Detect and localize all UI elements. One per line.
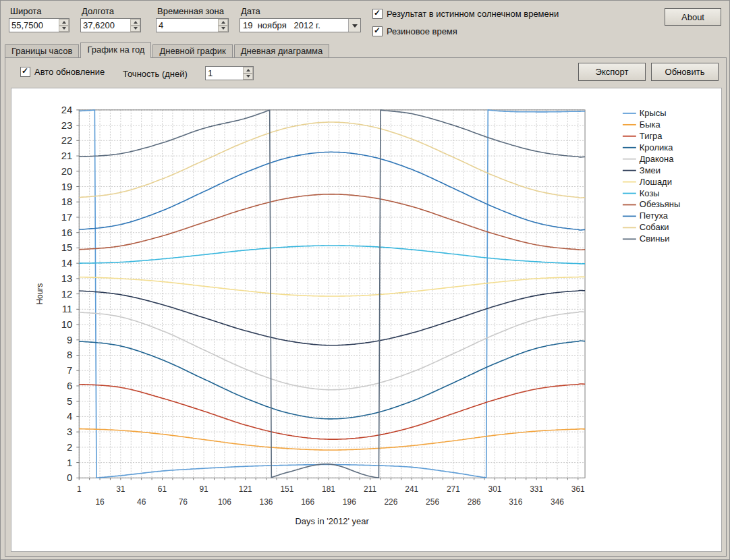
svg-text:76: 76 [179,497,188,507]
legend-label-7: Козы [640,188,660,198]
longitude-spin-up-icon[interactable] [130,19,140,26]
precision-label: Точность (дней) [123,69,188,79]
svg-text:211: 211 [364,484,376,494]
legend-label-1: Быка [640,119,661,130]
latitude-label: Широта [10,6,41,16]
svg-text:8: 8 [67,349,72,360]
svg-text:21: 21 [61,150,73,161]
longitude-input[interactable] [81,19,130,32]
svg-text:4: 4 [67,410,72,422]
svg-text:196: 196 [343,497,356,507]
svg-text:20: 20 [61,165,73,177]
svg-text:24: 24 [61,104,73,115]
series-line-2 [79,384,585,439]
svg-text:1: 1 [67,457,72,468]
precision-input[interactable] [206,67,243,80]
tab-strip: Границы часов График на год Дневной граф… [5,42,331,57]
rubber-time-checkbox[interactable] [372,26,383,36]
timezone-spin-down-icon[interactable] [218,26,228,32]
svg-text:166: 166 [301,497,314,507]
longitude-label: Долгота [82,6,114,16]
tab-page-year-graph: Авто обновление Точность (дней) Экспорт … [5,57,727,557]
svg-text:19: 19 [61,181,73,192]
svg-text:91: 91 [199,484,208,494]
date-combobox[interactable]: 19 ноября 2012 г. [240,18,361,32]
true-solar-checkbox[interactable] [372,9,383,19]
rubber-time-label: Резиновое время [387,26,457,36]
precision-spin-up-icon[interactable] [243,67,253,74]
latitude-spin-up-icon[interactable] [59,19,69,26]
latitude-spinner [59,19,69,32]
series-line-3 [79,341,585,419]
svg-text:331: 331 [530,484,543,494]
chart-panel: 1316191121151181211241271301331361164676… [11,88,722,552]
svg-text:5: 5 [67,395,72,407]
refresh-button[interactable]: Обновить [651,63,719,81]
series-line-7 [79,246,585,264]
rubber-time-row: Резиновое время [372,26,457,36]
tab-day-diagram[interactable]: Дневная диаграмма [234,44,330,57]
svg-text:46: 46 [137,497,146,507]
timezone-spin-up-icon[interactable] [218,19,228,26]
svg-text:121: 121 [239,484,252,494]
svg-text:136: 136 [260,497,273,507]
svg-text:6: 6 [67,380,72,391]
tab-hour-bounds[interactable]: Границы часов [5,44,79,57]
legend-label-3: Кролика [640,142,673,152]
svg-text:106: 106 [218,497,231,507]
svg-text:151: 151 [280,484,293,494]
legend-label-9: Петуха [640,211,669,221]
svg-text:17: 17 [61,211,73,223]
svg-text:271: 271 [447,484,460,494]
svg-text:301: 301 [488,484,502,494]
x-axis: 1316191121151181211241271301331361164676… [77,478,585,507]
auto-update-checkbox[interactable] [20,67,30,77]
svg-text:22: 22 [61,134,73,146]
series-line-6 [79,277,585,296]
date-dropdown-icon[interactable] [348,19,360,32]
y-axis: 0123456789101112131415161718192021222324 [61,104,80,483]
latitude-spin-down-icon[interactable] [59,26,69,32]
longitude-spin-down-icon[interactable] [130,26,140,32]
svg-text:9: 9 [67,334,72,345]
svg-text:16: 16 [95,497,105,507]
svg-text:181: 181 [322,484,335,494]
legend-label-6: Лошади [640,177,672,187]
year-chart: 1316191121151181211241271301331361164676… [11,88,721,551]
timezone-input[interactable] [157,19,218,32]
precision-spinner [243,67,253,80]
latitude-field [9,18,69,32]
svg-text:2: 2 [67,441,72,453]
tab-day-graph[interactable]: Дневной график [152,44,232,57]
svg-text:23: 23 [61,119,73,131]
svg-text:16: 16 [61,227,73,238]
svg-text:256: 256 [426,497,439,507]
svg-text:346: 346 [551,497,564,507]
svg-text:15: 15 [61,242,73,253]
timezone-spinner [218,19,228,32]
legend-label-10: Собаки [640,222,669,232]
true-solar-label: Результат в истинном солнечном времени [387,9,559,19]
legend-label-11: Свиньи [640,233,670,244]
legend-label-4: Дракона [640,154,674,164]
svg-text:14: 14 [61,257,73,269]
date-value: 19 ноября 2012 г. [240,19,348,32]
precision-spin-down-icon[interactable] [243,74,253,80]
svg-text:61: 61 [158,484,167,494]
svg-text:3: 3 [67,426,72,437]
export-button[interactable]: Экспорт [578,63,646,81]
svg-text:10: 10 [61,318,73,330]
svg-text:11: 11 [62,303,73,314]
svg-text:241: 241 [405,484,418,494]
svg-text:13: 13 [61,273,73,284]
longitude-field [80,18,141,32]
about-button[interactable]: About [665,8,721,26]
auto-update-label: Авто обновление [34,67,105,77]
tab-year-graph[interactable]: График на год [80,42,151,58]
latitude-input[interactable] [9,19,59,32]
svg-text:286: 286 [468,497,481,507]
legend-label-2: Тигра [640,131,663,141]
svg-text:226: 226 [384,497,397,507]
legend-label-0: Крысы [640,108,667,118]
svg-text:1: 1 [77,484,82,494]
